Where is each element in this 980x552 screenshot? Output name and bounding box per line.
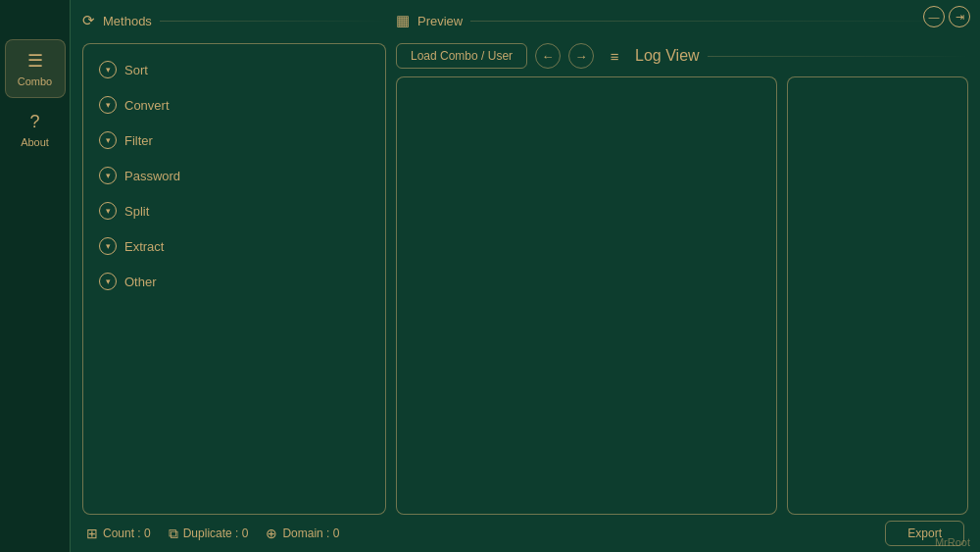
titlebar: — ⇥ bbox=[913, 0, 980, 33]
method-extract[interactable]: ▾ Extract bbox=[89, 228, 379, 264]
extract-chevron-icon: ▾ bbox=[99, 237, 117, 255]
method-convert[interactable]: ▾ Convert bbox=[89, 87, 379, 123]
content-row: ▾ Sort ▾ Convert ▾ Filter ▾ Password ▾ bbox=[82, 43, 968, 515]
method-split[interactable]: ▾ Split bbox=[89, 193, 379, 228]
preview-panel: Load Combo / User ← → ≡ Log View bbox=[396, 43, 968, 515]
other-chevron-icon: ▾ bbox=[99, 273, 117, 290]
methods-title: Methods bbox=[103, 14, 152, 28]
methods-header: ⟳ Methods bbox=[82, 12, 386, 29]
preview-icon: ▦ bbox=[396, 12, 410, 29]
main-content: ⟳ Methods ▦ Preview ▾ Sort ▾ Convert ▾ bbox=[71, 0, 980, 552]
back-icon: ← bbox=[542, 49, 555, 64]
forward-icon: → bbox=[575, 49, 588, 64]
duplicate-icon: ⧉ bbox=[169, 526, 178, 542]
log-view-label: Log View bbox=[635, 47, 700, 65]
sidebar: ☰ Combo ? About bbox=[0, 0, 71, 552]
combo-icon: ☰ bbox=[27, 50, 43, 72]
preview-header: ▦ Preview bbox=[396, 12, 968, 29]
method-filter-label: Filter bbox=[124, 133, 153, 148]
load-combo-button[interactable]: Load Combo / User bbox=[396, 43, 527, 69]
about-icon: ? bbox=[29, 112, 39, 132]
preview-title: Preview bbox=[417, 14, 463, 28]
back-button[interactable]: ← bbox=[535, 43, 561, 69]
preview-main-box bbox=[396, 76, 777, 515]
convert-chevron-icon: ▾ bbox=[99, 96, 117, 114]
method-other-label: Other bbox=[124, 275, 157, 289]
lines-button[interactable]: ≡ bbox=[602, 43, 627, 69]
methods-icon: ⟳ bbox=[82, 12, 95, 29]
minimize-button[interactable]: — bbox=[923, 6, 945, 27]
method-sort[interactable]: ▾ Sort bbox=[89, 52, 379, 87]
method-sort-label: Sort bbox=[124, 63, 148, 77]
methods-list: ▾ Sort ▾ Convert ▾ Filter ▾ Password ▾ bbox=[82, 43, 386, 515]
preview-boxes bbox=[396, 76, 968, 515]
method-convert-label: Convert bbox=[124, 98, 170, 113]
log-view-divider bbox=[708, 56, 968, 57]
sidebar-item-combo-label: Combo bbox=[18, 75, 52, 87]
forward-button[interactable]: → bbox=[568, 43, 594, 69]
filter-chevron-icon: ▾ bbox=[99, 131, 117, 149]
watermark: MrRoot bbox=[935, 536, 970, 548]
method-extract-label: Extract bbox=[124, 239, 164, 254]
sort-chevron-icon: ▾ bbox=[99, 61, 117, 78]
count-label: Count : 0 bbox=[103, 527, 151, 540]
split-chevron-icon: ▾ bbox=[99, 202, 117, 220]
sidebar-item-about-label: About bbox=[21, 136, 49, 148]
count-status: ⊞ Count : 0 bbox=[86, 526, 151, 541]
lines-icon: ≡ bbox=[611, 48, 619, 65]
duplicate-label: Duplicate : 0 bbox=[183, 527, 249, 540]
duplicate-status: ⧉ Duplicate : 0 bbox=[169, 526, 249, 542]
password-chevron-icon: ▾ bbox=[99, 167, 117, 184]
close-button[interactable]: ⇥ bbox=[949, 6, 970, 27]
domain-label: Domain : 0 bbox=[282, 527, 339, 540]
method-password[interactable]: ▾ Password bbox=[89, 158, 379, 193]
sidebar-item-combo[interactable]: ☰ Combo bbox=[5, 39, 66, 98]
sidebar-item-about[interactable]: ? About bbox=[5, 102, 66, 158]
domain-icon: ⊕ bbox=[266, 526, 277, 541]
count-icon: ⊞ bbox=[86, 526, 98, 541]
method-password-label: Password bbox=[124, 169, 180, 183]
method-filter[interactable]: ▾ Filter bbox=[89, 123, 379, 158]
methods-panel: ▾ Sort ▾ Convert ▾ Filter ▾ Password ▾ bbox=[82, 43, 386, 515]
method-split-label: Split bbox=[124, 204, 149, 219]
method-other[interactable]: ▾ Other bbox=[89, 264, 379, 299]
domain-status: ⊕ Domain : 0 bbox=[266, 526, 339, 541]
statusbar: ⊞ Count : 0 ⧉ Duplicate : 0 ⊕ Domain : 0… bbox=[82, 515, 968, 552]
preview-toolbar: Load Combo / User ← → ≡ Log View bbox=[396, 43, 968, 69]
preview-side-box bbox=[787, 76, 968, 515]
